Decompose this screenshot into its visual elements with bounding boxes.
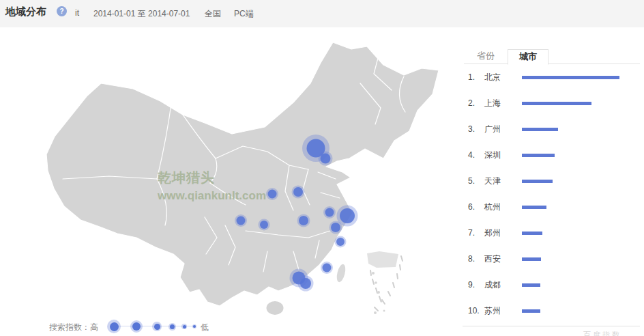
legend-circle-core — [183, 325, 186, 328]
city-index-bar — [522, 283, 540, 287]
map-bubble — [336, 238, 345, 246]
city-name: 天津 — [484, 176, 522, 187]
city-index-bar — [522, 232, 542, 235]
city-index-bar — [522, 309, 540, 313]
city-index-bar — [522, 180, 553, 183]
city-index-bar — [522, 257, 541, 261]
legend-circle — [169, 323, 176, 331]
legend-circle-core — [132, 322, 141, 331]
rank-number: 5. — [468, 176, 484, 186]
map-bubble — [293, 187, 303, 197]
rank-number: 6. — [468, 202, 484, 212]
ranking-tabs: 省份 城市 — [464, 49, 640, 64]
city-name: 深圳 — [484, 150, 522, 161]
legend-circle — [130, 320, 143, 333]
rank-number: 7. — [468, 228, 484, 238]
legend-label: 搜索指数：高 — [49, 322, 98, 333]
south-sea-islets — [372, 272, 385, 314]
city-index-bar — [522, 102, 591, 105]
rank-number: 9. — [468, 280, 484, 290]
city-name: 苏州 — [484, 305, 522, 317]
rank-number: 4. — [468, 150, 484, 160]
city-name: 西安 — [484, 253, 522, 265]
tab-city[interactable]: 城市 — [508, 49, 548, 65]
map-bubble — [323, 264, 332, 272]
city-rank-row: 10.苏州 — [463, 298, 641, 324]
rank-number: 2. — [468, 98, 484, 108]
city-rank-row: 6.杭州 — [463, 194, 641, 220]
legend-circle — [181, 324, 187, 329]
map-bubble — [299, 216, 308, 225]
legend-circle-core — [110, 322, 119, 331]
map-bubble — [325, 208, 334, 217]
hainan-island — [267, 301, 284, 315]
footer-partial-text: 百度指数 — [583, 330, 621, 336]
bottom-divider — [463, 326, 640, 326]
city-rank-row: 7.郑州 — [463, 220, 641, 246]
city-name: 杭州 — [484, 201, 522, 213]
city-index-bar — [522, 128, 558, 131]
city-rank-row: 9.成都 — [463, 272, 641, 298]
city-rank-row: 3.广州 — [463, 116, 641, 142]
city-rank-row: 4.深圳 — [463, 142, 641, 168]
page: 地域分布 ? it 2014-01-01 至 2014-07-01 全国 PC端 — [0, 0, 644, 336]
map-bubble — [300, 278, 311, 289]
map-bubble — [260, 221, 268, 229]
legend-circle — [107, 320, 121, 333]
map-bubble — [340, 208, 355, 223]
rank-number: 1. — [468, 72, 484, 82]
city-name: 上海 — [484, 98, 522, 109]
legend-low-label: 低 — [201, 322, 209, 333]
map-bubble — [268, 190, 277, 199]
city-index-bar — [522, 206, 546, 209]
city-ranking-list: 1.北京2.上海3.广州4.深圳5.天津6.杭州7.郑州8.西安9.成都10.苏… — [463, 64, 641, 324]
city-name: 成都 — [484, 279, 522, 291]
city-index-bar — [522, 154, 555, 157]
legend-circle-core — [193, 325, 196, 328]
legend-circle-core — [170, 324, 175, 329]
tab-province[interactable]: 省份 — [464, 49, 508, 64]
south-sea-landmass — [367, 251, 398, 268]
city-name: 北京 — [484, 72, 522, 83]
city-name: 广州 — [484, 124, 522, 135]
legend-circle — [192, 324, 196, 328]
city-index-bar — [522, 76, 619, 79]
legend-circle-core — [154, 324, 160, 330]
city-rank-row: 8.西安 — [463, 246, 641, 272]
map-bubble — [237, 216, 246, 225]
map-bubble — [321, 154, 331, 164]
rank-number: 8. — [468, 254, 484, 264]
legend-circle — [152, 322, 162, 331]
taiwan-island — [335, 264, 347, 283]
city-rank-row: 1.北京 — [463, 64, 641, 90]
city-rank-row: 5.天津 — [463, 168, 641, 194]
rank-number: 10. — [468, 306, 484, 316]
city-rank-row: 2.上海 — [463, 90, 641, 116]
rank-number: 3. — [468, 124, 484, 134]
city-name: 郑州 — [484, 227, 522, 239]
map-bubble — [331, 223, 340, 232]
